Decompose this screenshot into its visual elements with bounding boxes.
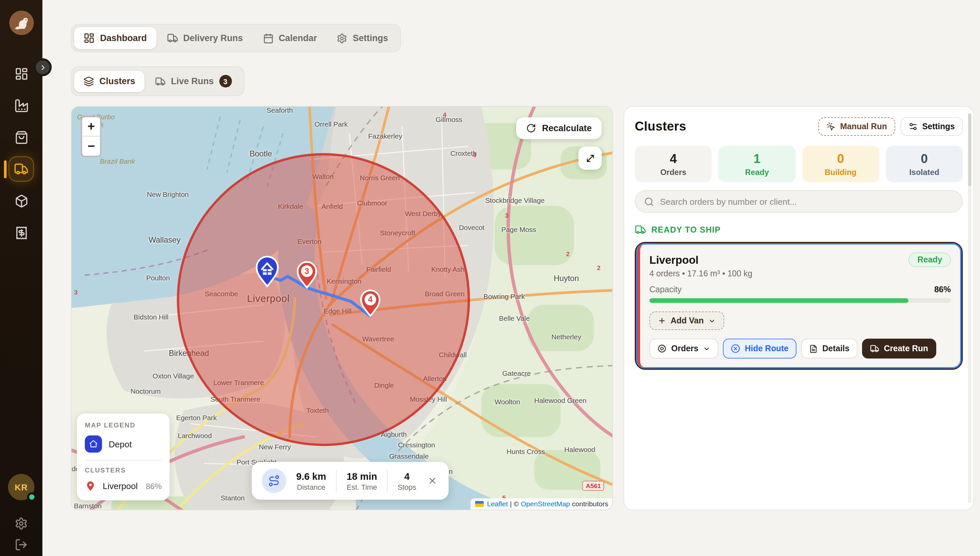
divider (387, 470, 387, 492)
chevron-right-icon (39, 63, 47, 71)
map-place-label: Egerton Park (176, 414, 217, 422)
tab-live-runs[interactable]: Live Runs 3 (146, 70, 241, 93)
gear-icon (15, 517, 28, 530)
capacity-progress-bar (649, 298, 951, 303)
manual-run-button[interactable]: Manual Run (819, 117, 895, 136)
map-place-label: Birkenhead (169, 349, 209, 358)
tab-dashboard[interactable]: Dashboard (74, 27, 156, 49)
dashboard-grid-icon (14, 66, 28, 81)
sidebar-settings-button[interactable] (0, 517, 42, 530)
delivery-truck-icon (14, 162, 29, 176)
add-van-label: Add Van (670, 316, 704, 325)
house-icon (89, 440, 98, 449)
truck-icon (155, 76, 166, 86)
map-fullscreen-button[interactable] (578, 147, 602, 170)
create-run-label: Create Run (884, 344, 928, 353)
map-place-label: Poulton (146, 274, 170, 282)
cluster-stats: 4Orders 1Ready 0Building 0Isolated (635, 146, 963, 182)
stat-isolated: 0Isolated (886, 146, 963, 182)
add-van-button[interactable]: Add Van (649, 312, 724, 330)
legend-divider (85, 460, 161, 461)
sidebar-item-inventory[interactable] (9, 188, 34, 213)
map-place-label: Broad Green (425, 289, 465, 297)
panel-scrollbar-thumb[interactable] (968, 113, 971, 186)
capacity-label: Capacity (649, 285, 681, 294)
map-road-number: 3 (74, 288, 78, 296)
sidebar-item-deliveries[interactable] (9, 157, 34, 181)
map-legend: MAP LEGEND Depot CLUSTERS Liverpool 86% (77, 414, 170, 500)
legend-cluster-row: Liverpool 86% (85, 480, 161, 492)
map-place-label: Wallasey (149, 235, 180, 244)
tab-calendar[interactable]: Calendar (253, 27, 326, 49)
shopping-bag-icon (14, 130, 28, 144)
tab-delivery-runs[interactable]: Delivery Runs (157, 27, 252, 49)
route-summary-close-button[interactable] (426, 475, 439, 487)
truck-icon (167, 32, 178, 44)
tab-label: Dashboard (100, 33, 147, 43)
cluster-card-liverpool[interactable]: Liverpool Ready 4 orders • 17.16 m³ • 10… (635, 242, 963, 370)
search-icon (644, 197, 654, 207)
map-place-label: Hunts Cross (507, 448, 545, 456)
map-place-label: Oxton Village (153, 372, 194, 380)
sidebar-item-invoices[interactable] (9, 220, 34, 245)
cluster-settings-button[interactable]: Settings (900, 117, 963, 136)
sidebar-item-orders[interactable] (9, 124, 34, 150)
openstreetmap-link[interactable]: OpenStreetMap (521, 499, 570, 508)
tab-label: Calendar (279, 33, 317, 43)
map-road-number: 3 (505, 212, 509, 219)
create-run-button[interactable]: Create Run (862, 339, 936, 359)
map-pin-icon (85, 480, 96, 492)
map-place-label: Grassendale (389, 452, 429, 459)
package-icon (14, 194, 28, 208)
orders-dropdown-button[interactable]: Orders (649, 339, 718, 359)
recalculate-button[interactable]: Recalculate (516, 117, 602, 139)
sidebar-expand-button[interactable] (34, 58, 52, 76)
leaflet-link[interactable]: Leaflet (487, 499, 508, 508)
chevron-down-icon (703, 345, 710, 352)
tab-label: Settings (353, 33, 388, 43)
cluster-map[interactable]: SeaforthOrrell ParkGillmossFazakerleyBoo… (71, 106, 613, 510)
order-search-input[interactable] (660, 197, 954, 207)
route-icon (268, 475, 280, 487)
app-logo[interactable] (9, 11, 34, 35)
map-place-label: Halewood Green (534, 396, 587, 404)
legend-depot-row: Depot (85, 435, 161, 453)
map-place-label: Halewood (564, 445, 595, 453)
map-place-label: Stoneycroft (380, 228, 415, 236)
route-icon-chip (262, 469, 286, 493)
map-place-label: Toxteth (307, 406, 329, 414)
hide-route-button[interactable]: Hide Route (723, 339, 796, 359)
sidebar-item-dashboard[interactable] (9, 61, 34, 86)
main-tab-bar: Dashboard Delivery Runs Calendar Setting… (71, 24, 400, 52)
live-runs-count-badge: 3 (219, 75, 232, 87)
tab-clusters[interactable]: Clusters (74, 71, 144, 92)
avatar-initials: KR (15, 482, 28, 492)
map-place-label: Wavertree (362, 335, 394, 342)
cluster-meta: 4 orders • 17.16 m³ • 100 kg (649, 269, 951, 278)
capacity-percent: 86% (934, 285, 951, 294)
map-place-label: Gateacre (502, 369, 531, 377)
tab-label: Delivery Runs (183, 33, 243, 43)
map-place-label: Aigburth (381, 430, 407, 438)
zoom-in-button[interactable]: + (82, 117, 100, 136)
route-summary-bar: 9.6 km Distance 18 min Est. Time 4 Stops (252, 462, 449, 499)
app-root: KR Dashboard Delivery Runs Calendar Sett… (0, 0, 980, 556)
circle-x-icon (731, 344, 740, 353)
ready-to-ship-header: READY TO SHIP (635, 224, 963, 235)
tab-settings[interactable]: Settings (328, 27, 397, 49)
expand-icon (585, 153, 595, 163)
map-road-number: 4 (473, 152, 476, 159)
legend-cluster-capacity: 86% (146, 482, 161, 491)
map-place-label: Bowring Park (483, 293, 525, 301)
details-button[interactable]: Details (801, 339, 857, 359)
map-place-label: Everton (297, 237, 321, 245)
zoom-out-button[interactable]: − (82, 136, 100, 156)
map-place-label: Huyton (554, 274, 579, 283)
stat-orders: 4Orders (635, 146, 712, 182)
layers-icon (84, 76, 94, 86)
sub-tab-bar: Clusters Live Runs 3 (71, 66, 244, 96)
sidebar-logout-button[interactable] (0, 538, 42, 551)
sidebar-item-production[interactable] (9, 93, 34, 118)
user-avatar[interactable]: KR (8, 474, 34, 500)
map-place-label: Orrell Park (315, 120, 347, 128)
